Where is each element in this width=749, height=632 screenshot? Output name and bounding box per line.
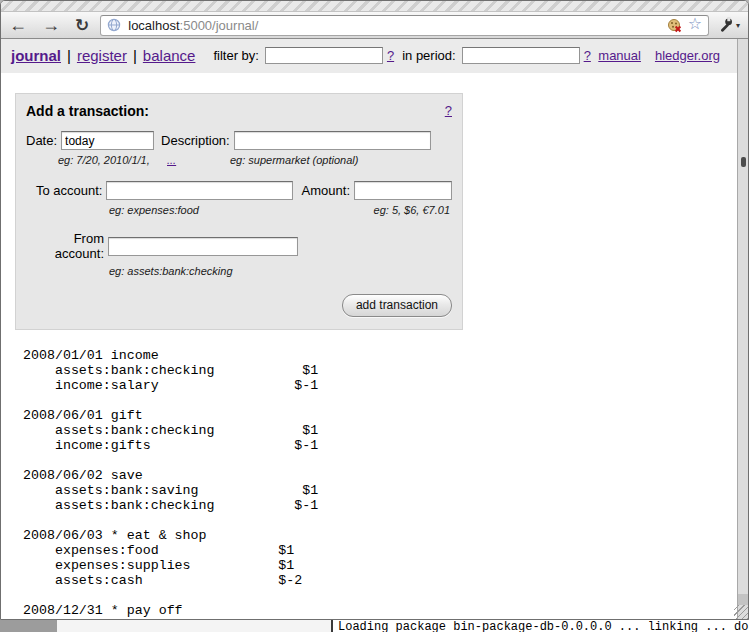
date-input[interactable] [61,131,154,150]
hledger-org-link[interactable]: hledger.org [655,48,720,63]
nav-link-balance[interactable]: balance [143,47,196,64]
journal-list: 2008/01/01 income assets:bank:checking $… [23,348,748,619]
add-form-help-link[interactable]: ? [445,103,452,119]
bookmark-star-icon[interactable]: ☆ [688,16,702,32]
window-resize-grip-icon[interactable] [734,605,748,619]
date-hint: eg: 7/20, 2010/1/1, [58,154,150,166]
period-help-link[interactable]: ? [584,48,591,63]
date-hint-more-link[interactable]: ... [167,154,176,166]
url-host: localhost [128,18,179,33]
wrench-icon [718,17,734,33]
from-account-label: From account: [26,231,104,261]
reload-icon[interactable]: ↻ [75,17,89,34]
nav-link-journal[interactable]: journal [11,47,61,64]
to-account-label: To account: [26,183,102,198]
page-content: journal | register | balance filter by: … [1,39,748,619]
description-label: Description: [161,133,230,148]
back-icon[interactable]: ← [9,16,27,34]
journal-transaction: 2008/06/01 gift assets:bank:checking $1 … [23,408,748,453]
journal-transaction: 2008/06/03 * eat & shop expenses:food $1… [23,528,748,588]
filter-by-label: filter by: [213,48,259,63]
filter-help-link[interactable]: ? [387,48,394,63]
manual-link[interactable]: manual [598,48,641,63]
terminal-window-sliver: Loading package bin-package-db-0.0.0.0 .… [333,620,749,632]
terminal-output-text: Loading package bin-package-db-0.0.0.0 .… [333,620,749,632]
nav-separator: | [133,47,137,64]
period-input[interactable] [462,47,580,64]
description-hint: eg: supermarket (optional) [230,154,358,166]
panel-title: Add a transaction: [26,103,149,119]
journal-transaction: 2008/06/02 save assets:bank:saving $1 as… [23,468,748,513]
screen: ← → ↻ localhost:5000/journal/ [0,0,749,632]
window-title-bar[interactable] [1,1,748,12]
panel-spacer [149,103,445,119]
to-account-input[interactable] [106,181,292,200]
cookie-blocked-icon[interactable] [667,18,683,33]
url-path: :5000/journal/ [180,18,259,33]
nav-link-register[interactable]: register [77,47,127,64]
url-text[interactable]: localhost:5000/journal/ [128,18,258,33]
browser-toolbar: ← → ↻ localhost:5000/journal/ [1,12,748,39]
date-label: Date: [26,133,57,148]
vertical-scrollbar[interactable] [737,39,748,619]
forward-icon[interactable]: → [42,16,60,34]
journal-transaction: 2008/12/31 * pay off liabilities:debts $… [23,603,748,619]
background-windows-strip: Loading package bin-package-db-0.0.0.0 .… [0,620,749,632]
desktop-sliver [0,620,57,632]
browser-menu-button[interactable]: ▾ [718,17,740,33]
description-input[interactable] [234,131,431,150]
in-period-label: in period: [402,48,455,63]
filter-input[interactable] [265,47,383,64]
address-bar[interactable]: localhost:5000/journal/ ☆ [100,15,709,36]
journal-transaction: 2008/01/01 income assets:bank:checking $… [23,348,748,393]
nav-separator: | [67,47,71,64]
background-window-sliver [57,620,333,632]
add-transaction-panel: Add a transaction: ? Date: Description: … [15,93,463,330]
globe-icon[interactable] [107,18,121,32]
hledger-navbar: journal | register | balance filter by: … [1,39,748,73]
to-account-hint: eg: expenses:food [109,204,199,216]
amount-hint: eg: 5, $6, €7.01 [374,204,450,216]
chevron-down-icon: ▾ [736,21,740,30]
amount-label: Amount: [302,183,350,198]
add-transaction-button[interactable]: add transaction [342,294,452,317]
scrollbar-thumb[interactable] [741,157,746,167]
scrollbar-button-zone[interactable] [738,594,748,605]
from-account-input[interactable] [108,237,298,256]
from-account-hint: eg: assets:bank:checking [109,265,233,277]
amount-input[interactable] [354,181,452,200]
browser-window: ← → ↻ localhost:5000/journal/ [0,0,749,620]
